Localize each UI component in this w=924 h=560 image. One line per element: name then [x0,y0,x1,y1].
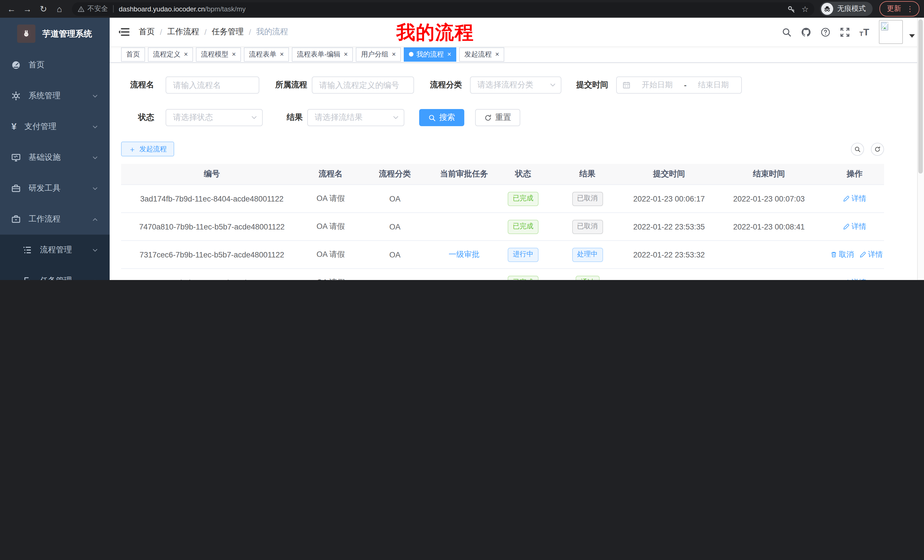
font-size-icon[interactable]: TT [860,27,869,37]
tab-process-form[interactable]: 流程表单× [244,47,289,61]
browser-forward-icon[interactable]: → [21,2,34,16]
tab-my-process[interactable]: 我的流程× [404,47,456,61]
tab-process-model[interactable]: 流程模型× [196,47,241,61]
tab-close-icon[interactable]: × [232,51,236,58]
fullscreen-icon[interactable] [840,27,850,37]
detail-label: 详情 [852,193,866,204]
refresh-table-icon[interactable] [871,142,884,156]
sidebar-item-label: 基础设施 [28,153,92,163]
submit-time-label: 提交时间 [575,80,608,90]
chevron-down-icon [92,154,98,161]
tab-close-icon[interactable]: × [344,51,348,58]
scrollbar-thumb[interactable] [918,19,923,174]
browser-back-icon[interactable]: ← [4,2,18,16]
chevron-down-icon [549,82,556,88]
cell-result: 处理中 [549,241,626,269]
browser-update-button[interactable]: 更新 ⋮ [879,1,920,16]
detail-link[interactable]: 详情 [860,250,883,260]
detail-link[interactable]: 详情 [843,277,866,280]
app-navbar: 首页/工作流程/任务管理/我的流程 我的流程 TT [110,18,924,46]
cell-status: 已完成 [497,269,549,280]
cell-result: 通过 [549,269,626,280]
detail-link[interactable]: 详情 [843,193,866,204]
detail-link[interactable]: 详情 [843,222,866,232]
breadcrumb-item[interactable]: 首页 [139,27,155,37]
tab-close-icon[interactable]: × [447,51,451,58]
status-select[interactable]: 请选择状态 [166,109,263,126]
sidebar-item-label: 首页 [28,60,110,70]
table-row: 2152467e-7b9b-11ec-9a1b-acde48001122OA 请… [121,269,884,280]
detail-label: 详情 [852,277,866,280]
tab-close-icon[interactable]: × [184,51,188,58]
tab-close-icon[interactable]: × [495,51,499,58]
page-scrollbar[interactable] [917,18,924,280]
process-name-input[interactable] [166,76,259,94]
table-toolbar: ＋ 发起流程 [121,142,884,156]
browser-menu-icon[interactable]: ⋮ [906,4,914,13]
sidebar-item-process-mgmt[interactable]: 流程管理 [0,235,110,265]
edit-pen-icon [860,251,866,258]
update-label: 更新 [887,4,901,14]
breadcrumb-item[interactable]: 工作流程 [167,27,199,37]
tab-process-form-edit[interactable]: 流程表单-编辑× [292,47,353,61]
app-frame: 芋道管理系统 首页系统管理¥支付管理基础设施研发工具工作流程流程管理任务管理我的… [0,18,924,280]
date-separator: - [684,81,687,89]
process-category-select[interactable]: 请选择流程分类 [470,76,561,94]
chevron-up-icon [92,216,98,222]
sidebar-collapse-icon[interactable] [118,26,130,38]
security-chip[interactable]: 不安全 [78,4,108,14]
github-icon[interactable] [801,27,811,37]
result-badge: 通过 [575,276,599,280]
briefcase-icon [11,215,21,224]
result-select[interactable]: 请选择流结果 [307,109,404,126]
sidebar-item-label: 支付管理 [24,121,92,132]
cancel-link[interactable]: 取消 [830,250,854,260]
navbar-actions: TT [782,20,915,44]
tree-icon [23,276,32,280]
end-date-placeholder: 结束日期 [691,80,736,90]
browser-reload-icon[interactable]: ↻ [36,2,50,16]
result-label: 结果 [278,112,303,123]
tab-process-definition[interactable]: 流程定义× [148,47,193,61]
process-definition-input[interactable] [312,76,414,94]
browser-home-icon[interactable]: ⌂ [52,2,66,16]
submit-time-range-picker[interactable]: 开始日期 - 结束日期 [616,76,742,94]
start-process-button[interactable]: ＋ 发起流程 [121,142,174,156]
sidebar-item-devtools[interactable]: 研发工具 [0,173,110,204]
tags-view-bar: 首页流程定义×流程模型×流程表单×流程表单-编辑×用户分组×我的流程×发起流程× [110,46,924,63]
help-question-icon[interactable] [820,27,830,37]
password-key-icon[interactable] [788,5,796,13]
process-category-placeholder: 请选择流程分类 [477,80,549,90]
cell-process-name: OA 请假 [303,185,358,213]
tab-start-process[interactable]: 发起流程× [459,47,504,61]
sidebar-item-home[interactable]: 首页 [0,49,110,81]
sidebar-item-label: 流程管理 [40,245,92,255]
tab-close-icon[interactable]: × [280,51,284,58]
cell-operations: 详情 [825,213,884,241]
url-bar[interactable]: 不安全 dashboard.yudao.iocoder.cn/bpm/task/… [72,2,814,16]
breadcrumb-item[interactable]: 任务管理 [212,27,244,37]
edit-pen-icon [843,223,850,230]
current-task-link[interactable]: 一级审批 [448,250,479,259]
sidebar-item-workflow[interactable]: 工作流程 [0,204,110,235]
cancel-label: 取消 [839,250,854,260]
table-row: 3ad174fb-7b9d-11ec-8404-acde48001122OA 请… [121,185,884,213]
sidebar-item-task-mgmt[interactable]: 任务管理 [0,265,110,280]
search-icon[interactable] [782,27,792,37]
cell-category: OA [358,185,431,213]
reset-button[interactable]: 重置 [475,109,520,126]
status-badge: 进行中 [508,247,538,262]
monitor-icon [11,153,21,162]
sidebar-item-infra[interactable]: 基础设施 [0,142,110,173]
search-button[interactable]: 搜索 [419,109,464,126]
sidebar-item-payment[interactable]: ¥支付管理 [0,111,110,142]
search-icon [428,114,436,121]
bookmark-star-icon[interactable]: ☆ [801,4,808,13]
tab-home[interactable]: 首页 [121,47,145,61]
sidebar-item-system[interactable]: 系统管理 [0,81,110,111]
tab-user-group[interactable]: 用户分组× [356,47,401,61]
avatar[interactable] [879,20,903,44]
tab-close-icon[interactable]: × [392,51,396,58]
toggle-search-icon[interactable] [851,142,864,156]
sidebar-logo-row[interactable]: 芋道管理系统 [0,18,110,49]
